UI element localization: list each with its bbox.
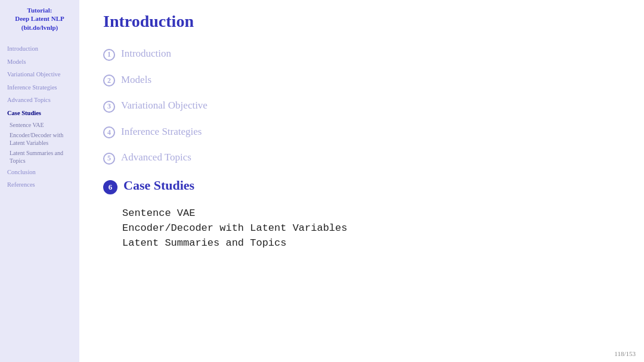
main-content: Introduction 1 Introduction 2 Models 3 V… [79, 0, 644, 362]
toc-label-2: Models [121, 74, 151, 86]
toc-label-5: Advanced Topics [121, 151, 191, 163]
toc-number-3: 3 [103, 101, 115, 113]
sub-item-latent-summaries: Latent Summaries and Topics [122, 237, 626, 249]
sidebar-item-variational-objective[interactable]: Variational Objective [5, 68, 75, 81]
sidebar-item-introduction[interactable]: Introduction [5, 42, 75, 55]
toc-sub-items: Sentence VAE Encoder/Decoder with Latent… [122, 208, 626, 249]
sidebar-title: Tutorial: Deep Latent NLP (bit.do/lvnlp) [5, 6, 75, 32]
sub-item-encoder-decoder: Encoder/Decoder with Latent Variables [122, 222, 626, 234]
toc-item-4: 4 Inference Strategies [103, 126, 626, 139]
toc-number-2: 2 [103, 75, 115, 86]
sidebar-item-advanced-topics[interactable]: Advanced Topics [5, 94, 75, 107]
toc-item-6: 6 Case Studies [103, 178, 626, 194]
sidebar-item-models[interactable]: Models [5, 55, 75, 69]
toc-number-4: 4 [103, 126, 115, 138]
toc-label-6: Case Studies [123, 178, 194, 193]
toc-item-2: 2 Models [103, 74, 626, 87]
sidebar-item-conclusion[interactable]: Conclusion [5, 166, 75, 179]
toc-number-6: 6 [103, 180, 117, 194]
toc-number-1: 1 [103, 49, 115, 61]
page-number: 118/153 [614, 350, 636, 357]
sidebar-item-encoder-decoder[interactable]: Encoder/Decoder with Latent Variables [5, 130, 75, 148]
toc-label-3: Variational Objective [121, 100, 208, 112]
toc-item-1: 1 Introduction [103, 48, 626, 61]
toc-number-5: 5 [103, 153, 115, 165]
sidebar-item-case-studies[interactable]: Case Studies [5, 107, 75, 120]
sub-item-sentence-vae: Sentence VAE [122, 208, 626, 219]
sidebar-item-sentence-vae[interactable]: Sentence VAE [5, 120, 75, 130]
sidebar-item-inference-strategies[interactable]: Inference Strategies [5, 81, 75, 94]
toc-label-4: Inference Strategies [121, 126, 202, 138]
toc-item-5: 5 Advanced Topics [103, 151, 626, 165]
sidebar-item-latent-summaries[interactable]: Latent Summaries and Topics [5, 148, 75, 166]
sidebar: Tutorial: Deep Latent NLP (bit.do/lvnlp)… [0, 0, 79, 362]
toc-label-1: Introduction [121, 48, 171, 60]
toc-item-3: 3 Variational Objective [103, 100, 626, 113]
slide-title: Introduction [103, 12, 626, 31]
sidebar-item-references[interactable]: References [5, 178, 75, 191]
